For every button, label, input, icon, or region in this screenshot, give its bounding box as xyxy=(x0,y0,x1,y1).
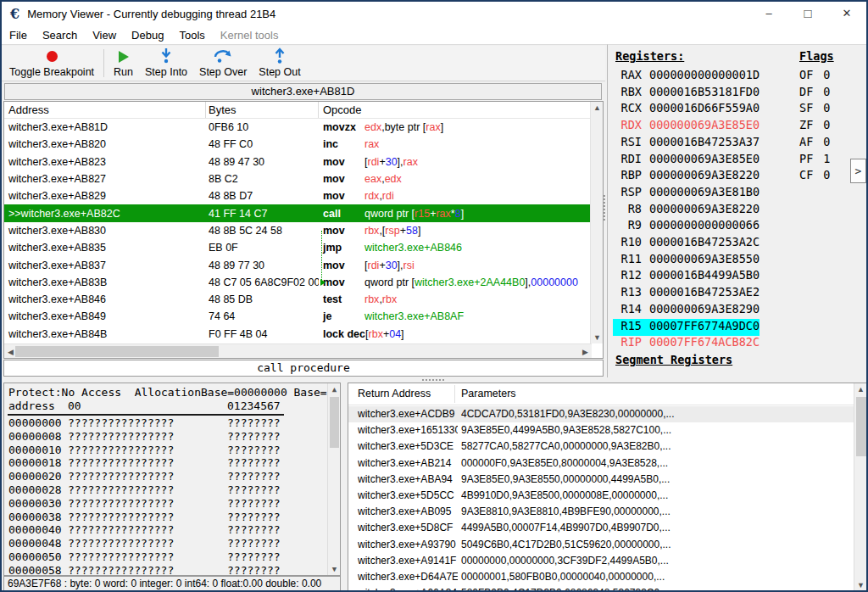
stack-row[interactable]: witcher3.exe+5D3CE58277CA0,58277CA0,0000… xyxy=(348,438,854,455)
stack-row[interactable]: witcher3.exe+A06A34580FB0B0,4C17D3B0,686… xyxy=(348,585,854,592)
menu-item-kernel-tools[interactable]: Kernel tools xyxy=(213,29,287,42)
hexview-scrollbar[interactable]: ▲ ▼ xyxy=(327,383,340,575)
disassembly-row[interactable]: witcher3.exe+AB84BF0 FF 4B 04lock dec[rb… xyxy=(4,326,590,343)
stack-row[interactable]: witcher3.exe+16513309A3E85E0,4499A5B0,9A… xyxy=(348,422,854,438)
disassembly-horizontal-scrollbar[interactable]: ◀ ▶ xyxy=(4,343,592,358)
register-row-rbp[interactable]: RBP000000069A3E8220 xyxy=(613,168,760,185)
hex-row[interactable]: 00000040???????????????????????? xyxy=(4,523,326,537)
register-row-rsp[interactable]: RSP000000069A3E81B0 xyxy=(613,185,760,202)
flag-row-cf[interactable]: CF0 xyxy=(799,168,830,185)
stack-row[interactable]: witcher3.exe+ABA949A3E85E0,9A3E8550,0000… xyxy=(348,472,854,488)
hex-row[interactable]: 00000000???????????????????????? xyxy=(4,416,326,430)
disassembly-row[interactable]: witcher3.exe+AB82048 FF C0incrax xyxy=(4,136,590,153)
splitter-grip[interactable] xyxy=(422,379,444,382)
stack-scrollbar[interactable]: ▲ ▼ xyxy=(854,383,867,591)
register-row-rdi[interactable]: RDI000000069A3E85E0 xyxy=(613,152,760,169)
step-over-button[interactable]: Step Over xyxy=(193,46,253,81)
scroll-up-icon[interactable]: ▲ xyxy=(591,103,604,112)
hex-row[interactable]: 00000048???????????????????????? xyxy=(4,537,326,550)
register-row-r8[interactable]: R8000000069A3E8220 xyxy=(613,202,760,219)
stack-row[interactable]: witcher3.exe+D64A7E00000001,580FB0B0,000… xyxy=(348,569,854,585)
disassembly-row[interactable]: witcher3.exe+AB83B48 C7 05 6A8C9F02 0000… xyxy=(4,274,590,291)
stack-row[interactable]: witcher3.exe+A937905049C6B0,4C17D2B0,51C… xyxy=(348,537,854,553)
step-into-button[interactable]: Step Into xyxy=(139,46,193,81)
flag-row-af[interactable]: AF0 xyxy=(799,135,830,152)
register-row-rdx[interactable]: RDX000000069A3E85E0 xyxy=(613,118,760,135)
instruction-bytes: 48 89 47 30 xyxy=(206,156,319,168)
column-header-bytes[interactable]: Bytes xyxy=(206,102,319,118)
close-icon[interactable]: ✕ xyxy=(827,2,866,25)
register-row-r11[interactable]: R11000000069A3E8550 xyxy=(613,252,760,269)
scroll-right-icon[interactable]: ▶ xyxy=(579,348,592,356)
toggle-breakpoint-button[interactable]: Toggle Breakpoint xyxy=(3,46,100,81)
disassembly-row[interactable]: witcher3.exe+AB83748 89 77 30mov[rdi+30]… xyxy=(4,256,590,273)
column-header-opcode[interactable]: Opcode xyxy=(319,102,603,118)
menu-item-tools[interactable]: Tools xyxy=(171,29,212,42)
disassembly-row[interactable]: witcher3.exe+AB83048 8B 5C 24 58movrbx,[… xyxy=(4,222,590,239)
stack-row[interactable]: witcher3.exe+5D5CC4B9910D0,9A3E8500,0000… xyxy=(348,488,854,504)
disassembly-vertical-scrollbar[interactable]: ▲ ▼ xyxy=(590,102,603,343)
hex-row[interactable]: 00000010???????????????????????? xyxy=(4,444,326,457)
flag-row-pf[interactable]: PF1 xyxy=(799,152,830,169)
flag-row-of[interactable]: OF0 xyxy=(799,68,830,85)
disassembly-row[interactable]: witcher3.exe+AB82348 89 47 30mov[rdi+30]… xyxy=(4,154,590,170)
scroll-up-icon[interactable]: ▲ xyxy=(854,385,867,394)
flag-row-df[interactable]: DF0 xyxy=(799,85,830,102)
hex-row[interactable]: 00000050???????????????????????? xyxy=(4,550,326,564)
scroll-down-icon[interactable]: ▼ xyxy=(854,581,867,589)
hex-row[interactable]: 00000008???????????????????????? xyxy=(4,430,326,444)
register-name: R11 xyxy=(613,252,642,269)
flag-row-sf[interactable]: SF0 xyxy=(799,101,830,118)
disassembly-row[interactable]: witcher3.exe+AB84648 85 DBtestrbx,rbx xyxy=(4,291,590,308)
register-row-rsi[interactable]: RSI0000016B47253A37 xyxy=(613,135,760,152)
maximize-icon[interactable]: □ xyxy=(788,2,827,25)
disassembly-row[interactable]: witcher3.exe+AB81D0FB6 10movzxedx,byte p… xyxy=(4,119,590,136)
disassembly-row[interactable]: witcher3.exe+AB84974 64jewitcher3.exe+AB… xyxy=(4,308,590,325)
stack-row[interactable]: witcher3.exe+AB0959A3E8810,9A3E8810,4B9B… xyxy=(348,504,854,520)
disassembly-row[interactable]: >>witcher3.exe+AB82C41 FF 14 C7callqword… xyxy=(4,204,590,221)
expand-registers-button[interactable]: > xyxy=(850,159,866,183)
run-button[interactable]: Run xyxy=(108,46,139,81)
hex-row[interactable]: 00000028???????????????????????? xyxy=(4,483,326,497)
stack-row[interactable]: witcher3.exe+AB214000000F0,9A3E85E0,8000… xyxy=(348,455,854,472)
disassembly-row[interactable]: witcher3.exe+AB8278B C2moveax,edx xyxy=(4,170,590,187)
disassembly-row[interactable]: witcher3.exe+AB82948 8B D7movrdx,rdi xyxy=(4,187,590,204)
flag-row-zf[interactable]: ZF0 xyxy=(799,118,830,135)
scrollbar-thumb[interactable] xyxy=(15,346,219,357)
column-header-parameters[interactable]: Parameters xyxy=(461,388,516,399)
register-row-r9[interactable]: R90000000000000066 xyxy=(613,218,760,235)
menu-item-debug[interactable]: Debug xyxy=(124,29,171,42)
scrollbar-thumb[interactable] xyxy=(330,397,339,448)
register-row-r14[interactable]: R14000000069A3E8290 xyxy=(613,302,760,319)
hex-row[interactable]: 00000018???????????????????????? xyxy=(4,456,326,470)
hex-row[interactable]: 00000030???????????????????????? xyxy=(4,497,326,511)
vertical-splitter[interactable] xyxy=(604,195,606,221)
scroll-up-icon[interactable]: ▲ xyxy=(328,385,341,394)
register-row-rbx[interactable]: RBX0000016B53181FD0 xyxy=(613,85,760,102)
scrollbar-thumb[interactable] xyxy=(856,397,866,456)
menu-item-search[interactable]: Search xyxy=(35,29,85,42)
scroll-down-icon[interactable]: ▼ xyxy=(591,333,604,342)
hex-row[interactable]: 00000038???????????????????????? xyxy=(4,511,326,524)
register-row-r12[interactable]: R120000016B4499A5B0 xyxy=(613,268,760,285)
disassembly-row[interactable]: witcher3.exe+AB835EB 0Fjmpwitcher3.exe+A… xyxy=(4,239,590,256)
register-row-rax[interactable]: RAX000000000000001D xyxy=(613,68,760,85)
menu-item-view[interactable]: View xyxy=(85,29,124,42)
stack-row[interactable]: witcher3.exe+ACDB94CDCA7D0,53181FD0,9A3E… xyxy=(348,406,854,422)
step-out-button[interactable]: Step Out xyxy=(253,46,306,81)
column-header-address[interactable]: Address xyxy=(4,102,206,118)
stack-row[interactable]: witcher3.exe+5D8CF4499A5B0,00007F14,4B99… xyxy=(348,520,854,536)
register-row-rip[interactable]: RIP00007FF674ACB82C xyxy=(613,335,760,352)
minimize-icon[interactable]: – xyxy=(749,2,788,25)
register-row-r15[interactable]: R1500007FF6774A9DC0 xyxy=(613,319,760,336)
column-header-return-address[interactable]: Return Address xyxy=(358,388,431,399)
scroll-down-icon[interactable]: ▼ xyxy=(328,565,341,573)
hex-row[interactable]: 00000058???????????????????????? xyxy=(4,564,326,576)
register-row-r10[interactable]: R100000016B47253A2C xyxy=(613,235,760,252)
hex-row[interactable]: 00000020???????????????????????? xyxy=(4,470,326,483)
menu-item-file[interactable]: File xyxy=(2,29,35,42)
register-row-rcx[interactable]: RCX0000016D66F559A0 xyxy=(613,101,760,118)
disassembly-address-bar[interactable]: witcher3.exe+AB81D xyxy=(4,83,602,100)
stack-row[interactable]: witcher3.exe+A9141F00000000,00000000,3CF… xyxy=(348,553,854,569)
register-row-r13[interactable]: R130000016B47253AE2 xyxy=(613,285,760,302)
